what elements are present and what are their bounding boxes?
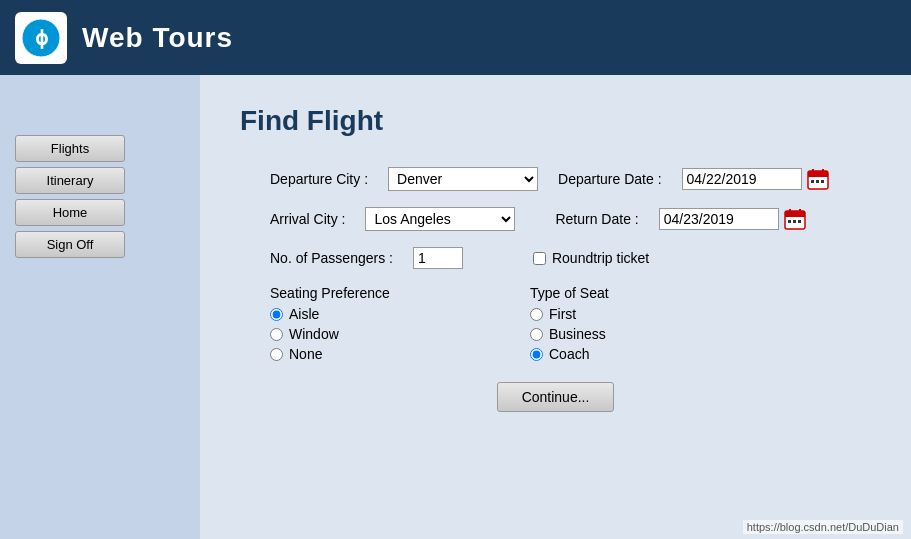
passengers-input[interactable] [413, 247, 463, 269]
svg-rect-17 [798, 220, 801, 223]
departure-date-input[interactable] [682, 168, 802, 190]
seating-window-option[interactable]: Window [270, 326, 530, 342]
return-date-calendar-icon[interactable] [784, 208, 806, 230]
seat-coach-label: Coach [549, 346, 589, 362]
departure-city-select[interactable]: Denver Los Angeles New York Chicago Miam… [388, 167, 538, 191]
seat-coach-option[interactable]: Coach [530, 346, 750, 362]
seating-aisle-option[interactable]: Aisle [270, 306, 530, 322]
passengers-label: No. of Passengers : [270, 250, 393, 266]
svg-rect-4 [808, 175, 828, 177]
seat-first-option[interactable]: First [530, 306, 750, 322]
seat-type-title: Type of Seat [530, 285, 750, 301]
seat-type-section: Type of Seat First Business Coach [530, 285, 750, 362]
continue-button[interactable]: Continue... [497, 382, 615, 412]
arrival-city-label: Arrival City : [270, 211, 345, 227]
seating-aisle-label: Aisle [289, 306, 319, 322]
svg-rect-16 [793, 220, 796, 223]
seat-business-option[interactable]: Business [530, 326, 750, 342]
departure-date-field [682, 168, 829, 190]
departure-date-calendar-icon[interactable] [807, 168, 829, 190]
seat-first-label: First [549, 306, 576, 322]
seating-window-radio[interactable] [270, 328, 283, 341]
nav-itinerary[interactable]: Itinerary [15, 167, 125, 194]
seating-preference-section: Seating Preference Aisle Window None [270, 285, 530, 362]
svg-rect-8 [816, 180, 819, 183]
departure-city-label: Departure City : [270, 171, 368, 187]
seating-none-option[interactable]: None [270, 346, 530, 362]
main-layout: Flights Itinerary Home Sign Off Find Fli… [0, 75, 911, 539]
seat-coach-radio[interactable] [530, 348, 543, 361]
arrival-city-field: Los Angeles Denver New York Chicago Miam… [365, 207, 515, 231]
seating-pref-title: Seating Preference [270, 285, 530, 301]
return-date-input[interactable] [659, 208, 779, 230]
seat-business-radio[interactable] [530, 328, 543, 341]
return-date-field [659, 208, 806, 230]
svg-rect-15 [788, 220, 791, 223]
logo-box: ϕ [15, 12, 67, 64]
watermark: https://blog.csdn.net/DuDuDian [743, 520, 903, 534]
arrival-city-select[interactable]: Los Angeles Denver New York Chicago Miam… [365, 207, 515, 231]
seating-aisle-radio[interactable] [270, 308, 283, 321]
seating-none-radio[interactable] [270, 348, 283, 361]
sidebar: Flights Itinerary Home Sign Off [0, 75, 200, 539]
svg-rect-7 [811, 180, 814, 183]
nav-signoff[interactable]: Sign Off [15, 231, 125, 258]
roundtrip-container: Roundtrip ticket [533, 250, 649, 266]
departure-date-label: Departure Date : [558, 171, 662, 187]
seat-type-radio-group: First Business Coach [530, 306, 750, 362]
svg-text:ϕ: ϕ [35, 27, 48, 49]
continue-row: Continue... [240, 382, 871, 412]
header: ϕ Web Tours [0, 0, 911, 75]
nav-flights[interactable]: Flights [15, 135, 125, 162]
return-date-label: Return Date : [555, 211, 638, 227]
seating-radio-group: Aisle Window None [270, 306, 530, 362]
departure-city-field: Denver Los Angeles New York Chicago Miam… [388, 167, 538, 191]
roundtrip-checkbox[interactable] [533, 252, 546, 265]
page-title: Find Flight [240, 105, 871, 137]
seat-business-label: Business [549, 326, 606, 342]
roundtrip-label: Roundtrip ticket [552, 250, 649, 266]
svg-rect-9 [821, 180, 824, 183]
hp-logo: ϕ [21, 18, 61, 58]
seat-first-radio[interactable] [530, 308, 543, 321]
seating-none-label: None [289, 346, 322, 362]
app-title: Web Tours [82, 22, 233, 54]
seating-window-label: Window [289, 326, 339, 342]
svg-rect-12 [785, 215, 805, 217]
content-area: Find Flight Departure City : Denver Los … [200, 75, 911, 539]
nav-home[interactable]: Home [15, 199, 125, 226]
